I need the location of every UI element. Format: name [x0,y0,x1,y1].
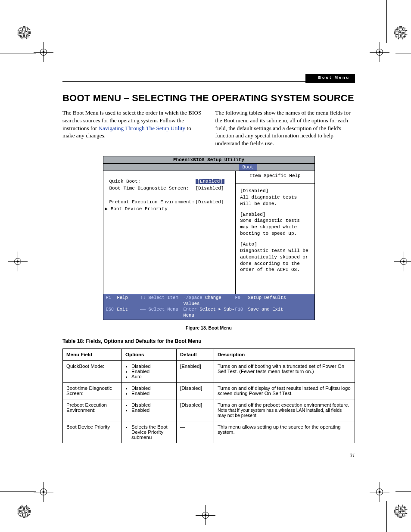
foot-label: Exit [117,307,140,318]
crop-line [45,0,45,43]
cropmark-br [382,492,408,518]
table-head-row: Menu Field Options Default Description [63,348,355,360]
cell-options: DisabledEnabled [122,399,177,421]
table-row: Preboot Execution Environment:DisabledEn… [63,399,355,421]
bios-title-bar: PhoenixBIOS Setup Utility [103,156,314,164]
content-area: BOOT MENU – SELECTING THE OPERATING SYST… [62,93,355,443]
cell-default: [Disabled] [177,399,214,421]
bios-label: Preboot Execution Environment: [109,199,196,205]
cell-options: DisabledEnabled [122,382,177,399]
bios-help-pane: Item Specific Help [Disabled] All diagno… [236,171,314,294]
table-row: QuickBoot Mode:DisabledEnabledAuto[Enabl… [63,360,355,382]
intro-col-left: The Boot Menu is used to select the orde… [62,109,202,147]
cell-options: DisabledEnabledAuto [122,360,177,382]
crop-line [395,491,411,492]
cropmark-mr [396,254,411,271]
bios-value-selected: [Enabled] [196,179,224,184]
foot-action: ←→ Select Menu [140,307,184,318]
bios-help-body: [Disabled] All diagnostic tests will be … [236,184,314,282]
th-options: Options [122,348,177,360]
bios-help-p1: [Disabled] All diagnostic tests will be … [240,188,311,207]
cropmark-tl [17,26,43,52]
bios-screenshot: PhoenixBIOS Setup Utility Boot Quick Boo… [103,156,315,320]
bios-body: Quick Boot: [Enabled] Boot Time Diagnost… [103,171,314,294]
bios-label: ▶ Boot Device Priority [105,206,168,212]
foot-action: Enter Select ▶ Sub-Menu [184,307,235,318]
foot-label: Save and Exit [248,307,283,318]
foot-action: ↑↓ Select Item [140,295,184,307]
page: Boot Menu BOOT MENU – SELECTING THE OPER… [0,0,411,532]
cell-options: Selects the Boot Device Priority submenu [122,421,177,443]
bios-value: [Disabled] [196,199,224,205]
bios-settings-pane: Quick Boot: [Enabled] Boot Time Diagnost… [103,171,236,294]
cell-field: QuickBoot Mode: [63,360,122,382]
foot-key: ESC [106,307,117,318]
bios-tab-bar: Boot [103,164,314,171]
foot-key: F9 [235,295,248,307]
th-default: Default [177,348,214,360]
table-row: Boot-time Diagnostic Screen:DisabledEnab… [63,382,355,399]
cell-desc: Turns on and off display of test results… [214,382,355,399]
foot-action: -/Space Change Values [184,295,235,307]
bios-label: Boot Time Diagnostic Screen: [109,186,196,191]
cropmark-bl [17,492,43,518]
cell-default: [Enabled] [177,360,214,382]
bios-help-title: Item Specific Help [236,171,314,184]
crop-line [386,0,387,43]
cell-desc: This menu allows setting up the source f… [214,421,355,443]
bios-label: Quick Boot: [109,179,196,184]
cell-field: Boot Device Priority [63,421,122,443]
crop-line [386,501,387,532]
bios-row-pxe: Preboot Execution Environment: [Disabled… [109,199,231,205]
bios-value: [Disabled] [196,186,224,191]
page-number: 31 [350,452,355,459]
crop-line [0,491,36,492]
crop-line [395,53,411,53]
crop-line [45,501,45,532]
cell-default: — [177,421,214,443]
bios-row-bootdev: ▶ Boot Device Priority [105,205,231,212]
header-rule [62,81,355,82]
foot-key: F10 [235,307,248,318]
foot-key: F1 [106,295,117,307]
cell-desc: Turns on and off the preboot execution e… [214,399,355,421]
bios-row-quickboot: Quick Boot: [Enabled] [109,178,231,184]
cropmark-ml [10,254,28,271]
figure-caption: Figure 18. Boot Menu [62,325,355,330]
fields-table: Menu Field Options Default Description Q… [62,348,355,443]
bios-row-spacer [109,192,231,198]
bios-footer: F1 Help ↑↓ Select Item -/Space Change Va… [103,294,314,320]
table-caption: Table 18: Fields, Options and Defaults f… [62,338,355,344]
cropmark-mb [198,508,215,525]
intro-link: Navigating Through The Setup Utility [99,125,186,131]
th-desc: Description [214,348,355,360]
intro-col-right: The following tables show the names of t… [215,109,355,147]
cell-field: Preboot Execution Environment: [63,399,122,421]
foot-label: Setup Defaults [248,295,286,307]
bios-tab-boot: Boot [239,164,257,171]
foot-label: Help [117,295,140,307]
cell-desc: Turns on and off booting with a truncate… [214,360,355,382]
bios-help-p3: [Auto] Diagnostic tests will be automati… [240,241,311,273]
cell-field: Boot-time Diagnostic Screen: [63,382,122,399]
cell-default: [Disabled] [177,382,214,399]
bios-help-p2: [Enabled] Some diagnostic tests may be s… [240,212,311,237]
crop-line [0,53,36,53]
th-field: Menu Field [63,348,122,360]
bios-row-diag: Boot Time Diagnostic Screen: [Disabled] [109,185,231,191]
intro-columns: The Boot Menu is used to select the orde… [62,109,355,147]
page-title: BOOT MENU – SELECTING THE OPERATING SYST… [62,93,355,104]
table-row: Boot Device PrioritySelects the Boot Dev… [63,421,355,443]
cropmark-tr [382,26,408,52]
